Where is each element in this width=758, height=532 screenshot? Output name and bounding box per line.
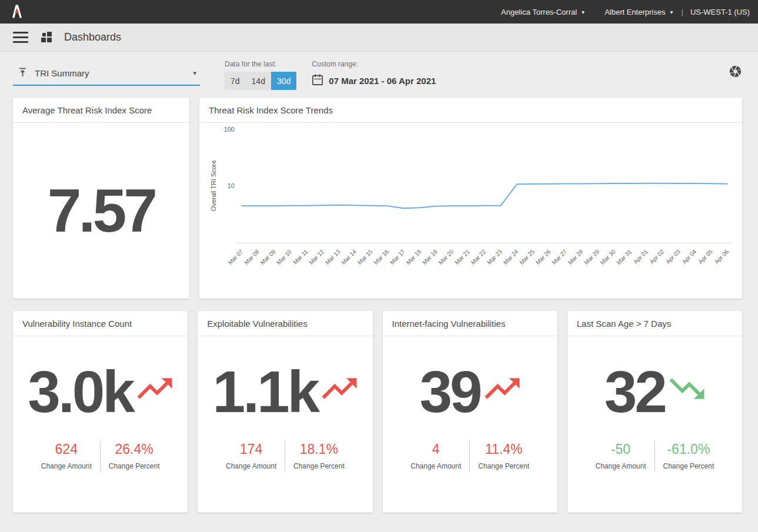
svg-text:Mar 25: Mar 25 bbox=[518, 248, 536, 266]
stat-value: 1.1k bbox=[213, 358, 318, 426]
average-score-value: 7.57 bbox=[48, 176, 155, 246]
chevron-down-icon: ▾ bbox=[582, 9, 585, 15]
stat-body: 32 -50 Change Amount -61.0% Change Perce… bbox=[567, 336, 742, 513]
brand-logo-icon[interactable] bbox=[8, 2, 25, 22]
custom-range-value: 07 Mar 2021 - 06 Apr 2021 bbox=[329, 76, 436, 86]
user-menu[interactable]: Angelica Torres-Corral ▾ bbox=[501, 8, 585, 16]
change-percent-label: Change Percent bbox=[293, 462, 345, 470]
svg-text:Mar 21: Mar 21 bbox=[453, 248, 471, 266]
average-score-card: Average Threat Risk Index Score 7.57 bbox=[13, 98, 189, 299]
trending-up-icon bbox=[484, 376, 520, 401]
change-percent-label: Change Percent bbox=[478, 462, 529, 470]
svg-text:10: 10 bbox=[228, 182, 235, 189]
change-amount-label: Change Amount bbox=[595, 462, 646, 470]
svg-text:Mar 27: Mar 27 bbox=[550, 248, 568, 266]
card-title: Last Scan Age > 7 Days bbox=[567, 311, 742, 336]
stat-card-internet-facing-vulnerabilities: Internet-facing Vulnerabilities 39 4 Cha… bbox=[383, 311, 557, 513]
change-amount-label: Change Amount bbox=[410, 462, 461, 470]
svg-text:Mar 12: Mar 12 bbox=[308, 248, 325, 266]
svg-text:Mar 13: Mar 13 bbox=[324, 248, 342, 266]
stat-value: 32 bbox=[605, 358, 665, 426]
svg-text:Mar 31: Mar 31 bbox=[615, 248, 633, 266]
change-percent-value: -61.0% bbox=[663, 441, 714, 457]
svg-text:Apr 02: Apr 02 bbox=[649, 248, 666, 265]
range-7d-button[interactable]: 7d bbox=[225, 72, 246, 90]
change-amount-value: -50 bbox=[595, 441, 646, 457]
svg-text:100: 100 bbox=[224, 126, 235, 133]
svg-text:Mar 28: Mar 28 bbox=[567, 248, 585, 266]
range-group: Data for the last: 7d 14d 30d bbox=[225, 60, 296, 90]
svg-text:Mar 07: Mar 07 bbox=[227, 248, 245, 266]
svg-text:Apr 06: Apr 06 bbox=[713, 248, 730, 265]
filter-row: TRI Summary ▾ Data for the last: 7d 14d … bbox=[0, 52, 758, 90]
snapshot-shutter-icon[interactable] bbox=[729, 65, 742, 81]
dashboards-grid-icon[interactable] bbox=[41, 32, 52, 43]
svg-text:Mar 29: Mar 29 bbox=[583, 248, 600, 266]
average-score-body: 7.57 bbox=[13, 123, 189, 299]
change-percent-label: Change Percent bbox=[663, 462, 714, 470]
svg-text:Apr 03: Apr 03 bbox=[664, 248, 682, 265]
trending-up-icon bbox=[321, 376, 358, 401]
svg-text:Mar 17: Mar 17 bbox=[389, 248, 406, 266]
svg-text:Apr 05: Apr 05 bbox=[697, 248, 714, 265]
trend-chart-body: 10100Overall TRI ScoreMar 07Mar 08Mar 09… bbox=[199, 123, 742, 299]
page-title: Dashboards bbox=[64, 31, 121, 44]
svg-text:Mar 15: Mar 15 bbox=[356, 248, 374, 266]
svg-text:Apr 04: Apr 04 bbox=[681, 248, 698, 265]
trending-down-icon bbox=[669, 376, 705, 401]
dashboard-content: Average Threat Risk Index Score 7.57 Thr… bbox=[0, 90, 758, 513]
card-title: Internet-facing Vulnerabilities bbox=[383, 311, 557, 336]
svg-text:Mar 24: Mar 24 bbox=[502, 248, 520, 266]
stat-body: 3.0k 624 Change Amount 26.4% Change Perc… bbox=[13, 336, 188, 513]
change-amount-label: Change Amount bbox=[41, 462, 92, 470]
stat-card-vulnerability-instance-count: Vulnerability Instance Count 3.0k 624 Ch… bbox=[13, 311, 188, 513]
range-label: Data for the last: bbox=[225, 60, 296, 68]
svg-text:Mar 11: Mar 11 bbox=[292, 248, 309, 266]
stat-card-exploitable-vulnerabilities: Exploitable Vulnerabilities 1.1k 174 Cha… bbox=[198, 311, 372, 513]
svg-text:Apr 01: Apr 01 bbox=[632, 248, 649, 265]
stat-card-last-scan-age: Last Scan Age > 7 Days 32 -50 Change Amo… bbox=[567, 311, 742, 513]
range-14d-button[interactable]: 14d bbox=[246, 72, 271, 90]
svg-text:Mar 18: Mar 18 bbox=[405, 248, 423, 266]
account-menu[interactable]: Albert Enterprises ▾ bbox=[605, 8, 673, 16]
change-amount-label: Change Amount bbox=[226, 462, 276, 470]
stat-value: 39 bbox=[420, 358, 480, 426]
svg-text:Mar 16: Mar 16 bbox=[372, 248, 390, 266]
calendar-icon bbox=[312, 73, 323, 88]
stat-body: 1.1k 174 Change Amount 18.1% Change Perc… bbox=[198, 336, 372, 513]
svg-text:Mar 10: Mar 10 bbox=[275, 248, 293, 266]
svg-text:Mar 19: Mar 19 bbox=[421, 248, 439, 266]
region-label: US-WEST-1 (US) bbox=[690, 8, 750, 16]
svg-text:Mar 08: Mar 08 bbox=[243, 248, 261, 266]
svg-text:Mar 30: Mar 30 bbox=[599, 248, 617, 266]
card-title: Vulnerability Instance Count bbox=[13, 311, 188, 336]
dashboard-select[interactable]: TRI Summary ▾ bbox=[13, 63, 200, 86]
range-30d-button[interactable]: 30d bbox=[271, 72, 296, 90]
svg-text:Overall TRI Score: Overall TRI Score bbox=[210, 160, 217, 211]
topbar: Angelica Torres-Corral ▾ Albert Enterpri… bbox=[0, 0, 758, 24]
account-name: Albert Enterprises bbox=[605, 8, 665, 16]
svg-text:Mar 20: Mar 20 bbox=[438, 248, 455, 266]
topbar-right: Angelica Torres-Corral ▾ Albert Enterpri… bbox=[501, 8, 750, 16]
change-percent-value: 26.4% bbox=[109, 441, 160, 457]
menu-icon[interactable] bbox=[13, 32, 28, 43]
filter-icon bbox=[18, 66, 28, 80]
change-amount-value: 624 bbox=[41, 441, 92, 457]
stat-value: 3.0k bbox=[28, 358, 133, 426]
svg-text:Mar 14: Mar 14 bbox=[340, 248, 358, 266]
svg-text:Mar 26: Mar 26 bbox=[535, 248, 552, 266]
range-buttons: 7d 14d 30d bbox=[225, 72, 296, 90]
trending-up-icon bbox=[136, 376, 173, 401]
card-title: Exploitable Vulnerabilities bbox=[198, 311, 372, 336]
dashboard-select-value: TRI Summary bbox=[35, 68, 186, 78]
trend-chart-card: Threat Risk Index Score Trends 10100Over… bbox=[199, 98, 742, 299]
custom-range-picker[interactable]: 07 Mar 2021 - 06 Apr 2021 bbox=[312, 72, 436, 90]
card-title: Average Threat Risk Index Score bbox=[13, 98, 189, 123]
chevron-down-icon: ▾ bbox=[670, 9, 673, 15]
change-amount-value: 174 bbox=[226, 441, 276, 457]
user-name: Angelica Torres-Corral bbox=[501, 8, 577, 16]
separator: | bbox=[681, 8, 683, 16]
app-header: Dashboards bbox=[0, 24, 758, 52]
stat-body: 39 4 Change Amount 11.4% Change Percent bbox=[383, 336, 557, 513]
tri-trend-chart-svg: 10100Overall TRI ScoreMar 07Mar 08Mar 09… bbox=[209, 123, 733, 299]
